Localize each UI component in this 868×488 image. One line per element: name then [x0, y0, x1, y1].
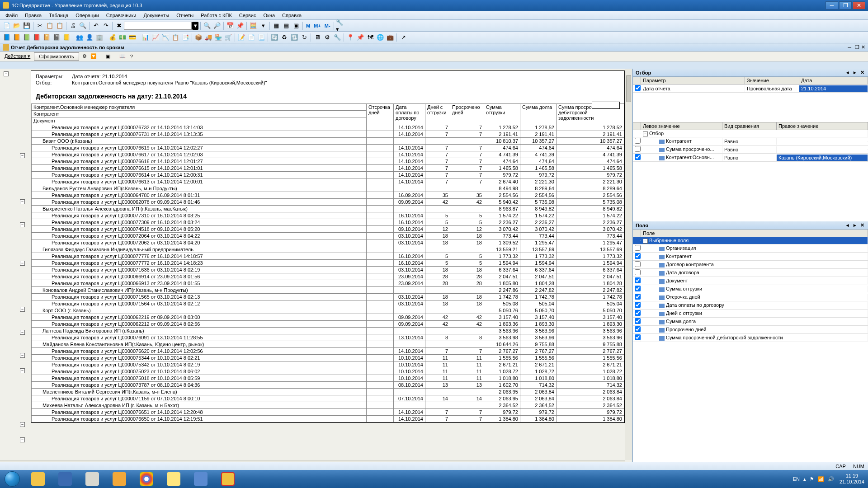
tb2-24-icon[interactable]: 📄: [247, 33, 256, 42]
table-row[interactable]: Масленников Виталий Сергеевич ИП(г.Казан…: [32, 389, 624, 395]
new-icon[interactable]: 📄: [2, 21, 11, 30]
tb2-29-icon[interactable]: ↻: [300, 33, 309, 42]
table-row[interactable]: Визит ООО (г.Казань)10 810,3710 357,2710…: [32, 138, 624, 145]
tb2-10-icon[interactable]: 🏢: [95, 33, 104, 42]
fields-row[interactable]: Просрочено дней: [633, 326, 868, 334]
tb2-15-icon[interactable]: 📈: [151, 33, 160, 42]
table-row[interactable]: Реализация товаров и услуг Ц0000072064 о…: [32, 233, 624, 239]
table-row[interactable]: Реализация товаров и услуг Ц0000066914 о…: [32, 273, 624, 280]
report-table[interactable]: Контрагент.Основной менеджер покупателя …: [31, 103, 624, 422]
undo-icon[interactable]: ↶: [91, 21, 100, 30]
fields-row[interactable]: Договор контрагента: [633, 261, 868, 269]
fields-row[interactable]: Сумма просроченной дебиторской задолженн…: [633, 334, 868, 342]
tb2-33-icon[interactable]: 📍: [346, 33, 355, 42]
calendar-icon[interactable]: 📅: [226, 21, 235, 30]
fields-row[interactable]: Дней с отгрузки: [633, 310, 868, 318]
fields-root-row[interactable]: −Выбранные поля: [633, 237, 868, 244]
tb2-14-icon[interactable]: 📊: [141, 33, 150, 42]
help-icon[interactable]: ?: [127, 52, 136, 61]
tree-collapse-group[interactable]: −: [20, 330, 25, 335]
filter-tree-item[interactable]: Сумма просрочено... Равно: [633, 145, 868, 154]
tb2-27-icon[interactable]: ♻: [280, 33, 289, 42]
preview-icon[interactable]: 🔍: [78, 21, 87, 30]
doc-close-icon[interactable]: ✕: [861, 44, 865, 50]
table-row[interactable]: Реализация товаров и услуг Ц0000076620 о…: [32, 348, 624, 355]
panel-close-icon[interactable]: ✕: [859, 70, 865, 76]
grid-icon[interactable]: ▦: [272, 21, 281, 30]
table-row[interactable]: Реализация товаров и услуг Ц0000076613 о…: [32, 178, 624, 185]
field-checkbox[interactable]: [635, 294, 641, 300]
table-row[interactable]: Реализация товаров и услуг Ц0000076732 о…: [32, 124, 624, 131]
menu-operations[interactable]: Операции: [72, 12, 102, 19]
menu-documents[interactable]: Документы: [140, 12, 173, 19]
calc-icon[interactable]: 🧮: [249, 21, 258, 30]
table-row[interactable]: Реализация товаров и услуг Ц0000077772 о…: [32, 260, 624, 267]
tb2-12-icon[interactable]: 💵: [118, 33, 127, 42]
tree-collapse-group[interactable]: −: [20, 153, 25, 158]
tb2-7-icon[interactable]: 📒: [62, 33, 71, 42]
tb2-35-icon[interactable]: 🗺: [366, 33, 375, 42]
tb2-36-icon[interactable]: 🌐: [376, 33, 385, 42]
tree-collapse-group[interactable]: −: [20, 199, 25, 204]
tb2-19-icon[interactable]: 📦: [194, 33, 203, 42]
table-row[interactable]: Реализация товаров и услуг Ц0000077309 о…: [32, 219, 624, 226]
field-checkbox[interactable]: [635, 261, 641, 267]
panel-left-icon[interactable]: ◂: [844, 70, 851, 76]
table-row[interactable]: Реализация товаров и услуг Ц0000071636 о…: [32, 267, 624, 273]
table-row[interactable]: Реализация товаров и услуг Ц0000072062 о…: [32, 239, 624, 246]
fields-row[interactable]: Сумма долга: [633, 318, 868, 326]
tree-collapse-group[interactable]: −: [20, 307, 25, 312]
table-row[interactable]: Коновалов Андрей Станиславович ИП(г.Каза…: [32, 287, 624, 294]
tray-flag-icon[interactable]: ⚑: [810, 476, 814, 482]
filter-row-checkbox[interactable]: [635, 85, 641, 91]
fields-row[interactable]: Контрагент: [633, 253, 868, 261]
table-row[interactable]: Лаптева Надежда Викторовна ИП (г.Казань)…: [32, 328, 624, 334]
field-checkbox[interactable]: [635, 253, 641, 259]
paste-icon[interactable]: 📋: [55, 21, 64, 30]
actions-dropdown[interactable]: Действия ▾: [2, 52, 33, 60]
fields-row[interactable]: Организация: [633, 244, 868, 253]
tb2-16-icon[interactable]: 📉: [161, 33, 170, 42]
panel-right-icon[interactable]: ▸: [852, 222, 858, 229]
tb2-6-icon[interactable]: 📓: [52, 33, 61, 42]
field-checkbox[interactable]: [635, 326, 641, 332]
tree-toggle-icon[interactable]: −: [643, 239, 648, 244]
table-row[interactable]: Реализация товаров и услуг Ц0000075342 о…: [32, 361, 624, 368]
tb2-23-icon[interactable]: 📝: [237, 33, 246, 42]
close-button[interactable]: ✕: [853, 1, 865, 9]
table-row[interactable]: Реализация товаров и услуг Ц0000076619 о…: [32, 145, 624, 151]
tray-clock[interactable]: 11:19 21.10.2014: [840, 473, 864, 485]
fields-row[interactable]: Дата договора: [633, 269, 868, 277]
panel-close-icon[interactable]: ✕: [859, 222, 865, 229]
task-calc[interactable]: [79, 470, 105, 488]
table-row[interactable]: Реализация товаров и услуг Ц0000076651 о…: [32, 409, 624, 416]
menu-edit[interactable]: Правка: [21, 12, 45, 19]
search-input[interactable]: [124, 22, 192, 30]
tree-collapse-group[interactable]: −: [20, 261, 25, 266]
table-row[interactable]: Реализация товаров и услуг Ц0000066913 о…: [32, 280, 624, 287]
field-checkbox[interactable]: [635, 286, 641, 291]
filter-tree-checkbox[interactable]: [635, 146, 641, 152]
tree-collapse-group[interactable]: −: [20, 422, 25, 427]
tb2-26-icon[interactable]: 🔄: [270, 33, 279, 42]
task-chrome[interactable]: [133, 470, 160, 488]
table-row[interactable]: Реализация товаров и услуг Ц0000076616 о…: [32, 158, 624, 165]
tb2-8-icon[interactable]: 👥: [75, 33, 84, 42]
tray-network-icon[interactable]: 📶: [818, 476, 824, 482]
table-row[interactable]: Реализация товаров и услуг Ц0000071564 о…: [32, 300, 624, 307]
open-icon[interactable]: 📂: [12, 21, 21, 30]
table-icon[interactable]: ▤: [282, 21, 291, 30]
settings-icon[interactable]: ▾: [259, 21, 268, 30]
table-row[interactable]: Реализация товаров и услуг Ц0000062212 о…: [32, 321, 624, 328]
task-totalcmd[interactable]: [52, 470, 78, 488]
start-button[interactable]: [0, 470, 24, 488]
menu-catalogs[interactable]: Справочники: [103, 12, 140, 19]
tb2-3-icon[interactable]: 📗: [22, 33, 31, 42]
doc-maximize-icon[interactable]: ❐: [855, 44, 859, 50]
table-row[interactable]: Реализация товаров и услуг Ц0000076617 о…: [32, 151, 624, 158]
menu-table[interactable]: Таблица: [45, 12, 72, 19]
cancel-icon[interactable]: ✖: [114, 21, 123, 30]
task-notes[interactable]: [106, 470, 132, 488]
table-row[interactable]: Вильданов Рустем Анварович ИП(г.Казань, …: [32, 185, 624, 192]
panel-right-icon[interactable]: ▸: [852, 70, 858, 76]
